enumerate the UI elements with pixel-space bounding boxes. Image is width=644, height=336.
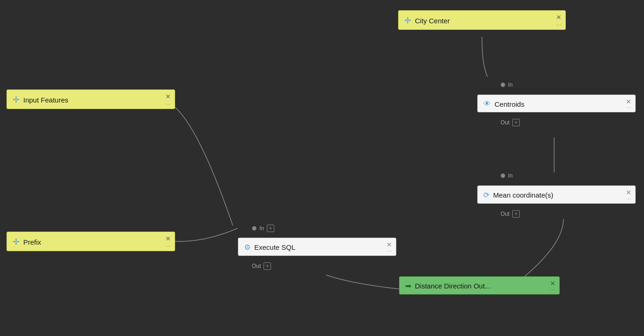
centroids-label: Centroids — [495, 100, 524, 108]
centroids-out-plus[interactable]: + — [512, 119, 520, 126]
prefix-icon: ✛ — [13, 237, 20, 247]
execute-sql-node-inner: ⚙ Execute SQL ✕ ··· — [238, 238, 396, 256]
city-center-node: ✛ City Center ✕ ··· — [398, 10, 566, 30]
input-features-icon: ✛ — [13, 95, 20, 105]
mean-coordinates-icon: ⟳ — [483, 191, 489, 199]
city-center-close[interactable]: ✕ — [556, 14, 562, 21]
prefix-node-inner: ✛ Prefix ✕ ··· — [7, 232, 175, 251]
mean-coordinates-label: Mean coordinate(s) — [493, 191, 553, 199]
execute-sql-dots: ··· — [387, 248, 392, 254]
mean-coord-in-label: In — [508, 172, 513, 179]
mean-coord-out-plus[interactable]: + — [512, 210, 520, 218]
input-features-label: Input Features — [23, 96, 68, 104]
centroids-close[interactable]: ✕ — [626, 98, 631, 105]
city-center-label: City Center — [415, 17, 450, 25]
mean-coordinates-node-inner: ⟳ Mean coordinate(s) ✕ ··· — [477, 185, 636, 204]
centroids-node-inner: 👁 Centroids ✕ ··· — [477, 95, 636, 112]
centroids-dots: ··· — [626, 105, 631, 110]
centroids-in-dot — [501, 82, 505, 87]
input-features-dots: ··· — [166, 102, 171, 107]
execute-sql-in-dot — [252, 226, 257, 231]
distance-direction-dots: ··· — [550, 287, 556, 292]
execute-sql-out-plus[interactable]: + — [264, 262, 271, 270]
distance-direction-node: ➡ Distance Direction Out... ✕ ··· — [399, 276, 560, 295]
execute-sql-icon: ⚙ — [244, 243, 251, 252]
execute-sql-in-label: In — [259, 225, 264, 232]
city-center-dots: ··· — [556, 22, 562, 27]
distance-direction-close[interactable]: ✕ — [550, 280, 556, 287]
city-center-node-inner: ✛ City Center ✕ ··· — [398, 10, 566, 30]
input-features-node-inner: ✛ Input Features ✕ ··· — [7, 89, 175, 109]
distance-direction-node-inner: ➡ Distance Direction Out... ✕ ··· — [399, 276, 560, 295]
city-center-icon: ✛ — [404, 15, 411, 26]
prefix-node: ✛ Prefix ✕ ··· — [7, 232, 175, 251]
mean-coordinates-close[interactable]: ✕ — [626, 189, 631, 196]
centroids-out-label: Out — [501, 119, 509, 126]
prefix-close[interactable]: ✕ — [165, 235, 171, 242]
mean-coord-out-label: Out — [501, 211, 509, 217]
centroids-in-label: In — [508, 82, 513, 88]
prefix-label: Prefix — [23, 238, 41, 246]
execute-sql-label: Execute SQL — [254, 243, 295, 251]
prefix-dots: ··· — [166, 244, 171, 249]
execute-sql-node: In + ⚙ Execute SQL ✕ ··· Out + — [238, 238, 396, 256]
mean-coordinates-dots: ··· — [626, 196, 631, 201]
centroids-icon: 👁 — [483, 100, 491, 108]
centroids-node: In 👁 Centroids ✕ ··· Out + — [477, 95, 636, 112]
distance-direction-icon: ➡ — [405, 281, 411, 290]
execute-sql-close[interactable]: ✕ — [386, 241, 392, 248]
mean-coord-in-dot — [501, 173, 505, 178]
distance-direction-label: Distance Direction Out... — [415, 282, 491, 290]
input-features-node: ✛ Input Features ✕ ··· — [7, 89, 175, 109]
mean-coordinates-node: In ⟳ Mean coordinate(s) ✕ ··· Out + — [477, 185, 636, 204]
workflow-canvas: ✛ City Center ✕ ··· ✛ Input Features ✕ ·… — [0, 0, 644, 336]
execute-sql-out-label: Out — [252, 263, 261, 269]
input-features-close[interactable]: ✕ — [165, 93, 171, 100]
execute-sql-in-plus[interactable]: + — [267, 225, 274, 232]
